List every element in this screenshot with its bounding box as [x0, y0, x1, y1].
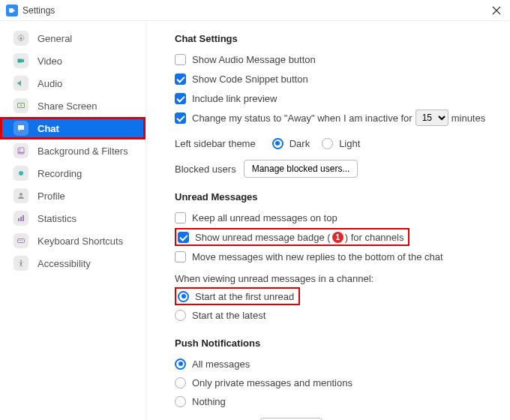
audio-icon [14, 76, 28, 91]
svg-point-13 [20, 260, 22, 262]
checkbox-show-code-snippet[interactable]: Show Code Snippet button [175, 70, 494, 88]
svg-rect-11 [20, 240, 21, 241]
svg-point-3 [20, 149, 21, 151]
radio-theme-light[interactable]: Light [322, 138, 360, 149]
app-icon [6, 4, 18, 16]
record-icon [14, 166, 28, 181]
sidebar-item-keyboard-shortcuts[interactable]: Keyboard Shortcuts [0, 230, 146, 252]
svg-rect-8 [22, 215, 24, 221]
stats-icon [14, 211, 28, 226]
sidebar-item-audio[interactable]: Audio [0, 72, 146, 94]
radio-theme-dark[interactable]: Dark [272, 138, 310, 149]
sidebar-item-video[interactable]: Video [0, 50, 146, 72]
radio-label: All messages [192, 358, 250, 370]
away-prefix: Change my status to "Away" when I am ina… [192, 112, 412, 124]
section-push-notifications: Push Notifications [175, 338, 494, 349]
sidebar-item-label: Accessibility [38, 258, 91, 269]
radio-input[interactable] [175, 358, 186, 370]
sidebar: General Video Audio Share Screen Chat Ba… [0, 21, 146, 420]
checkbox-keep-unread-top[interactable]: Keep all unread messages on top [175, 208, 494, 226]
left-sidebar-theme-row: Left sidebar theme Dark Light [175, 134, 494, 152]
gear-icon [14, 31, 28, 46]
badge-suffix: ) for channels [345, 232, 404, 243]
sidebar-item-label: Video [38, 56, 62, 67]
radio-label: Light [339, 138, 360, 149]
blocked-users-label: Blocked users [175, 164, 236, 175]
window-title: Settings [22, 5, 489, 16]
radio-input[interactable] [175, 377, 186, 388]
radio-push-nothing[interactable]: Nothing [175, 392, 494, 410]
keyboard-icon [14, 233, 28, 248]
radio-label: Nothing [192, 396, 226, 407]
svg-point-4 [19, 171, 23, 176]
checkbox-label: Keep all unread messages on top [192, 212, 338, 224]
checkbox-input[interactable] [175, 112, 186, 124]
badge-prefix: Show unread message badge ( [195, 232, 331, 243]
sidebar-item-background-filters[interactable]: Background & Filters [0, 140, 146, 162]
checkbox-input[interactable] [175, 54, 186, 65]
sidebar-item-general[interactable]: General [0, 27, 146, 50]
checkbox-input[interactable] [175, 93, 186, 104]
radio-label: Start at the latest [192, 310, 266, 321]
sidebar-item-label: Chat [38, 123, 59, 134]
section-chat-settings: Chat Settings [175, 33, 494, 44]
radio-input[interactable] [178, 291, 189, 302]
svg-rect-12 [22, 240, 22, 241]
checkbox-label: Move messages with new replies to the bo… [192, 251, 443, 262]
accessibility-icon [14, 256, 28, 271]
sidebar-item-label: Audio [38, 78, 62, 89]
radio-input[interactable] [272, 138, 284, 149]
checkbox-away-status: Change my status to "Away" when I am ina… [175, 109, 494, 127]
video-icon [14, 53, 28, 68]
sidebar-item-label: Keyboard Shortcuts [38, 236, 123, 247]
radio-start-latest[interactable]: Start at the latest [175, 306, 494, 324]
settings-content: Chat Settings Show Audio Message button … [146, 21, 510, 420]
svg-rect-10 [19, 240, 20, 241]
sidebar-item-label: Background & Filters [38, 146, 128, 157]
sidebar-item-recording[interactable]: Recording [0, 162, 146, 184]
radio-push-all[interactable]: All messages [175, 355, 494, 373]
sidebar-item-label: Share Screen [38, 100, 98, 112]
checkbox-input[interactable] [178, 232, 189, 243]
svg-point-5 [20, 193, 22, 196]
svg-point-0 [20, 38, 22, 40]
sidebar-item-label: Recording [38, 168, 82, 179]
svg-rect-6 [18, 218, 20, 221]
radio-label: Start at the first unread [195, 291, 294, 302]
share-screen-icon [14, 98, 28, 113]
manage-blocked-users-button[interactable]: Manage blocked users... [244, 160, 358, 178]
checkbox-show-unread-badge[interactable]: Show unread message badge ( 1 ) for chan… [175, 228, 410, 246]
radio-label: Only private messages and mentions [192, 377, 352, 388]
section-unread-messages: Unread Messages [175, 191, 494, 202]
checkbox-move-new-replies-bottom[interactable]: Move messages with new replies to the bo… [175, 248, 494, 266]
checkbox-input[interactable] [175, 251, 186, 262]
checkbox-label: Show Code Snippet button [192, 74, 308, 85]
checkbox-label: Show Audio Message button [192, 54, 316, 65]
radio-push-private[interactable]: Only private messages and mentions [175, 374, 494, 392]
radio-input[interactable] [175, 310, 186, 321]
sidebar-item-label: Statistics [38, 213, 76, 224]
radio-label: Dark [290, 138, 310, 149]
checkbox-include-link-preview[interactable]: Include link preview [175, 89, 494, 107]
sidebar-item-chat[interactable]: Chat [0, 117, 146, 140]
checkbox-input[interactable] [175, 74, 186, 85]
radio-input[interactable] [322, 138, 333, 149]
svg-rect-7 [20, 217, 22, 221]
radio-input[interactable] [175, 396, 186, 407]
sidebar-item-profile[interactable]: Profile [0, 184, 146, 207]
left-sidebar-theme-label: Left sidebar theme [175, 138, 256, 149]
close-icon[interactable] [489, 3, 504, 18]
radio-start-first-unread[interactable]: Start at the first unread [175, 287, 300, 305]
checkbox-input[interactable] [175, 212, 186, 224]
away-suffix: minutes [452, 112, 486, 124]
unread-badge-icon: 1 [332, 232, 344, 243]
blocked-users-row: Blocked users Manage blocked users... [175, 160, 494, 178]
checkbox-show-audio-message[interactable]: Show Audio Message button [175, 50, 494, 68]
sidebar-item-accessibility[interactable]: Accessibility [0, 252, 146, 274]
sidebar-item-label: General [38, 33, 72, 44]
sidebar-item-statistics[interactable]: Statistics [0, 207, 146, 230]
away-minutes-select[interactable]: 510153060 [416, 110, 448, 126]
profile-icon [14, 188, 28, 203]
checkbox-label: Include link preview [192, 93, 277, 104]
sidebar-item-share-screen[interactable]: Share Screen [0, 94, 146, 117]
